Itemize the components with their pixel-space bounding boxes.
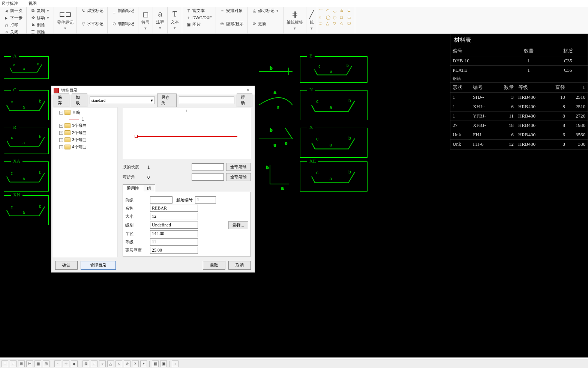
svg-text:a: a	[22, 176, 25, 181]
mode-j-icon[interactable]: ▣	[160, 360, 167, 367]
tab-general[interactable]: 通用性	[123, 184, 143, 192]
delete-icon: ✖	[30, 23, 36, 28]
btn-cut[interactable]: ⎯剖面标记	[110, 8, 136, 14]
dialog-close-button[interactable]: ✕	[243, 88, 252, 93]
cover-input[interactable]	[150, 247, 198, 254]
bend-angle-input[interactable]	[192, 173, 224, 181]
table-row: 27XFBJ-18HRB40081930	[450, 121, 588, 130]
preset-select[interactable]: standard▾	[90, 97, 155, 104]
mode-e-icon[interactable]: ×	[116, 360, 122, 367]
btn-revmark[interactable]: ◬修订标记▾	[250, 8, 281, 14]
osnap-near-icon[interactable]: ⊹	[63, 360, 69, 367]
shape-A[interactable]: Aabc	[4, 56, 49, 79]
btn-partmark[interactable]: ⊏⊐零件标记▾	[54, 7, 77, 33]
btn-align[interactable]: ≡安排对象	[218, 8, 245, 14]
clear-all-bend-button[interactable]: 全部清除	[226, 173, 251, 181]
shape-R[interactable]: Rabc	[4, 128, 49, 154]
mode-d-icon[interactable]: △	[107, 360, 114, 367]
shape-E[interactable]: Eabc	[300, 56, 368, 83]
mode-g-icon[interactable]: Σ	[132, 360, 139, 367]
svg-text:a: a	[22, 105, 25, 109]
btn-copy[interactable]: ⧉复制▾	[29, 8, 51, 14]
mode-i-icon[interactable]: ▦	[152, 360, 159, 367]
btn-dwg[interactable]: +DWG/DXF	[184, 15, 213, 21]
btn-level[interactable]: ▽水平标记	[79, 21, 105, 27]
btn-text[interactable]: T文本▾	[168, 7, 182, 33]
class-input[interactable]	[150, 222, 198, 229]
shape-tree[interactable]: −直筋1+1个弯曲+2个弯曲+3个弯曲+4个弯曲	[53, 107, 117, 257]
snap-perp-icon[interactable]: ⊞	[43, 360, 50, 367]
mode-c-icon[interactable]: ○	[99, 360, 106, 367]
btn-delete[interactable]: ✖删除	[29, 22, 51, 28]
btn-axis[interactable]: ⋕轴线标签▾	[284, 7, 306, 33]
help-button[interactable]: 帮助	[237, 94, 252, 107]
svg-text:b: b	[39, 99, 41, 103]
btn-next[interactable]: ►下一步	[2, 15, 24, 21]
shape-N[interactable]: Nabc	[300, 90, 368, 120]
btn-img[interactable]: ▣图片	[184, 21, 213, 28]
shape-X[interactable]: Xabc	[300, 128, 368, 158]
tab-group[interactable]: 组	[143, 184, 155, 192]
osnap-on-icon[interactable]: ◆	[71, 360, 78, 367]
shape-XN[interactable]: XNabc	[4, 195, 49, 225]
snap-mid-icon[interactable]: □	[10, 360, 16, 367]
snap-center-icon[interactable]: ⊞	[18, 360, 25, 367]
tree-item[interactable]: +3个弯曲	[54, 136, 116, 143]
osnap-point-icon[interactable]: ◦	[54, 360, 61, 367]
mode-a-icon[interactable]: ⊠	[82, 360, 89, 367]
saveas-button[interactable]: 另存为	[157, 94, 177, 107]
leg-length-input[interactable]	[192, 163, 224, 170]
folder-icon	[64, 137, 70, 142]
svg-text:a: a	[330, 176, 332, 181]
snap-intersect-icon[interactable]: ⊢	[26, 360, 33, 367]
menu-view[interactable]: 视图	[28, 1, 37, 6]
btn-weld[interactable]: ↯焊接标记	[79, 8, 105, 14]
choose-button[interactable]: 选择...	[228, 221, 248, 229]
eye-icon: 👁	[220, 21, 225, 27]
tree-item[interactable]: 1	[54, 116, 116, 122]
prefix-input[interactable]	[150, 196, 172, 204]
get-button[interactable]: 获取	[203, 261, 225, 270]
btn-detail[interactable]: ⊙细部标记	[110, 21, 136, 27]
grade-input[interactable]	[150, 238, 198, 246]
tree-item[interactable]: +2个弯曲	[54, 129, 116, 136]
btn-print[interactable]: ⎙打印	[2, 22, 24, 28]
shape-XA[interactable]: XAabc	[4, 161, 49, 192]
manage-button[interactable]: 管理目录	[81, 261, 116, 270]
tree-item[interactable]: +4个弯曲	[54, 143, 116, 151]
load-button[interactable]: 加载	[72, 94, 87, 107]
btn-update[interactable]: ⟳更新	[250, 21, 281, 27]
mode-k-icon[interactable]: ↕	[172, 360, 178, 367]
mode-h-icon[interactable]: ✶	[140, 360, 147, 367]
tree-item[interactable]: −直筋	[54, 109, 116, 116]
size-input[interactable]	[150, 213, 198, 220]
drawing-canvas[interactable]: AabcEabcGabcNabcRabcXabcXAabcXEabcXNabc …	[0, 34, 588, 357]
startno-input[interactable]	[195, 196, 216, 204]
tree-item[interactable]: +1个弯曲	[54, 122, 116, 129]
btn-line[interactable]: ╱线▾	[306, 7, 317, 33]
btn-move[interactable]: ✥移动▾	[29, 15, 51, 21]
folder-icon	[64, 110, 70, 115]
snap-grid-icon[interactable]: ▦	[34, 360, 41, 367]
btn-prev[interactable]: ◄前一次	[2, 8, 24, 14]
save-button[interactable]: 保存	[54, 94, 69, 107]
name-input[interactable]	[150, 205, 198, 212]
menu-dim[interactable]: 尺寸标注	[2, 1, 18, 6]
snap-endpoint-icon[interactable]: ⊥	[2, 360, 8, 367]
app-icon	[54, 88, 59, 93]
shape-G[interactable]: Gabc	[4, 90, 49, 120]
saveas-input[interactable]	[179, 97, 234, 104]
cancel-button[interactable]: 取消	[228, 261, 251, 270]
btn-hide[interactable]: 👁隐藏/显示	[218, 21, 245, 27]
clear-all-leg-button[interactable]: 全部清除	[226, 163, 251, 171]
shape-tools[interactable]: ⌒◠◡≋⊂ ○◯◌□▭ ⬭△▽◇⬡	[319, 8, 353, 26]
arrow-left-icon: ◄	[4, 8, 9, 14]
shape-XE[interactable]: XEabc	[300, 161, 368, 192]
btn-symbol[interactable]: ◻符号▾	[138, 7, 153, 33]
mode-b-icon[interactable]: □	[91, 360, 98, 367]
btn-rtf[interactable]: T富文本	[184, 8, 213, 14]
radius-input[interactable]	[150, 230, 198, 237]
btn-note[interactable]: a注释▾	[153, 7, 168, 33]
mode-f-icon[interactable]: ⊗	[124, 360, 130, 367]
ok-button[interactable]: 确认	[55, 261, 78, 270]
